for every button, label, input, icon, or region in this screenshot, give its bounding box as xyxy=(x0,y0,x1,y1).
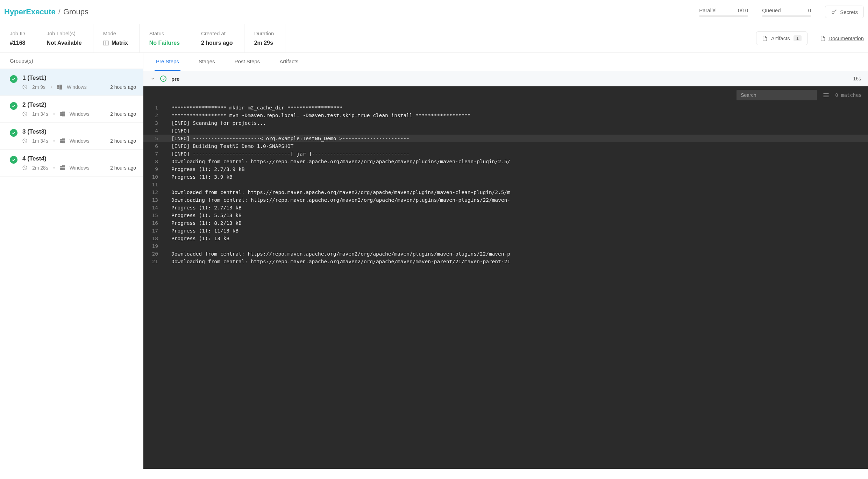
svg-rect-8 xyxy=(59,87,62,90)
line-number: 4 xyxy=(143,127,164,135)
console-line: 6[INFO] Building TestNG_Demo 1.0-SNAPSHO… xyxy=(143,142,868,150)
file-icon xyxy=(762,36,768,41)
svg-rect-10 xyxy=(60,112,62,114)
group-item[interactable]: 4 (Test4) 2m 28s • Windows 2 hours ago xyxy=(0,150,143,177)
group-item[interactable]: 3 (Test3) 1m 34s • Windows 2 hours ago xyxy=(0,123,143,150)
svg-rect-16 xyxy=(62,138,65,141)
group-title: 2 (Test2) xyxy=(22,101,136,108)
line-content: [INFO] Building TestNG_Demo 1.0-SNAPSHOT xyxy=(164,142,293,150)
group-title: 1 (Test1) xyxy=(22,74,136,81)
matrix-icon xyxy=(103,41,109,45)
svg-rect-22 xyxy=(60,168,62,170)
svg-rect-13 xyxy=(62,114,65,116)
line-number: 14 xyxy=(143,204,164,212)
parallel-stat: Parallel 0/10 xyxy=(699,7,748,17)
line-content: Progress (1): 11/13 kB xyxy=(164,227,239,235)
tab-artifacts[interactable]: Artifacts xyxy=(278,53,300,71)
doc-label: Documentation xyxy=(828,35,864,41)
artifacts-button[interactable]: Artifacts 1 xyxy=(756,31,807,45)
line-content xyxy=(164,242,171,250)
tab-post-steps[interactable]: Post Steps xyxy=(233,53,262,71)
line-content: Progress (1): 2.7/13 kB xyxy=(164,204,242,212)
success-icon xyxy=(10,102,17,110)
queued-value: 0 xyxy=(808,7,811,13)
group-item[interactable]: 2 (Test2) 1m 34s • Windows 2 hours ago xyxy=(0,96,143,123)
svg-rect-12 xyxy=(60,114,62,116)
console-body[interactable]: 1****************** mkdir m2_cache_dir *… xyxy=(143,104,868,469)
queued-bar xyxy=(762,15,811,17)
line-content: ****************** mkdir m2_cache_dir **… xyxy=(164,104,342,112)
console-line: 12Downloaded from central: https://repo.… xyxy=(143,188,868,196)
console: 0 matches 1****************** mkdir m2_c… xyxy=(143,86,868,469)
console-line: 10Progress (1): 3.9 kB xyxy=(143,173,868,181)
page-title: Groups xyxy=(63,7,88,16)
console-line: 1****************** mkdir m2_cache_dir *… xyxy=(143,104,868,112)
console-line: 7[INFO] --------------------------------… xyxy=(143,150,868,158)
console-search-input[interactable] xyxy=(737,90,817,100)
windows-icon xyxy=(57,85,62,90)
header-stats: Parallel 0/10 Queued 0 Secrets xyxy=(699,6,864,18)
console-line: 3[INFO] Scanning for projects... xyxy=(143,119,868,127)
console-line: 17Progress (1): 11/13 kB xyxy=(143,227,868,235)
svg-point-0 xyxy=(832,12,834,14)
line-number: 10 xyxy=(143,173,164,181)
documentation-link[interactable]: Documentation xyxy=(820,35,864,41)
word-wrap-icon[interactable] xyxy=(823,92,830,99)
queued-label: Queued xyxy=(762,7,781,13)
artifacts-label: Artifacts xyxy=(771,35,790,41)
success-icon xyxy=(10,156,17,164)
line-content xyxy=(164,181,171,188)
group-os: Windows xyxy=(70,165,90,171)
artifacts-count-badge: 1 xyxy=(794,35,802,41)
doc-icon xyxy=(820,36,826,41)
line-number: 12 xyxy=(143,188,164,196)
meta-mode: Mode Matrix xyxy=(93,24,140,52)
meta-duration: Duration 2m 29s xyxy=(244,24,286,52)
line-content: Progress (1): 3.9 kB xyxy=(164,173,233,181)
tabs: Pre Steps Stages Post Steps Artifacts xyxy=(143,53,868,71)
line-content: [INFO] Scanning for projects... xyxy=(164,119,266,127)
secrets-button[interactable]: Secrets xyxy=(825,6,864,18)
svg-rect-18 xyxy=(62,141,65,143)
line-number: 11 xyxy=(143,181,164,188)
svg-rect-1 xyxy=(104,41,108,45)
tab-stages[interactable]: Stages xyxy=(197,53,216,71)
group-timeago: 2 hours ago xyxy=(110,138,136,144)
line-number: 8 xyxy=(143,158,164,165)
step-name: pre xyxy=(171,76,179,82)
group-item[interactable]: 1 (Test1) 2m 9s • Windows 2 hours ago xyxy=(0,69,143,96)
line-number: 1 xyxy=(143,104,164,112)
search-matches: 0 matches xyxy=(835,92,862,98)
svg-rect-6 xyxy=(59,85,62,87)
line-number: 18 xyxy=(143,235,164,242)
console-toolbar: 0 matches xyxy=(143,86,868,104)
console-line: 18Progress (1): 13 kB xyxy=(143,235,868,242)
line-content: Downloading from central: https://repo.m… xyxy=(164,258,510,265)
groups-heading: Groups(s) xyxy=(0,53,143,69)
line-number: 17 xyxy=(143,227,164,235)
line-number: 3 xyxy=(143,119,164,127)
brand-link[interactable]: HyperExecute xyxy=(4,7,56,16)
line-content: ****************** mvn -Dmaven.repo.loca… xyxy=(164,112,471,119)
line-content: Downloading from central: https://repo.m… xyxy=(164,158,510,165)
parallel-label: Parallel xyxy=(699,7,717,13)
meta-job-id: Job ID #1168 xyxy=(0,24,37,52)
console-line: 19 xyxy=(143,242,868,250)
tab-pre-steps[interactable]: Pre Steps xyxy=(155,53,180,71)
windows-icon xyxy=(60,138,65,143)
line-number: 2 xyxy=(143,112,164,119)
job-meta-bar: Job ID #1168 Job Label(s) Not Available … xyxy=(0,24,868,53)
queued-stat: Queued 0 xyxy=(762,7,811,17)
line-number: 20 xyxy=(143,250,164,258)
console-line: 2****************** mvn -Dmaven.repo.loc… xyxy=(143,112,868,119)
chevron-down-icon[interactable] xyxy=(150,76,155,81)
line-number: 6 xyxy=(143,142,164,150)
group-duration: 2m 9s xyxy=(32,84,45,90)
step-header[interactable]: pre 16s xyxy=(143,71,868,86)
line-number: 15 xyxy=(143,212,164,219)
top-header: HyperExecute / Groups Parallel 0/10 Queu… xyxy=(0,0,868,24)
line-number: 19 xyxy=(143,242,164,250)
group-duration: 1m 34s xyxy=(32,138,48,144)
svg-rect-7 xyxy=(57,87,59,89)
windows-icon xyxy=(60,112,65,116)
